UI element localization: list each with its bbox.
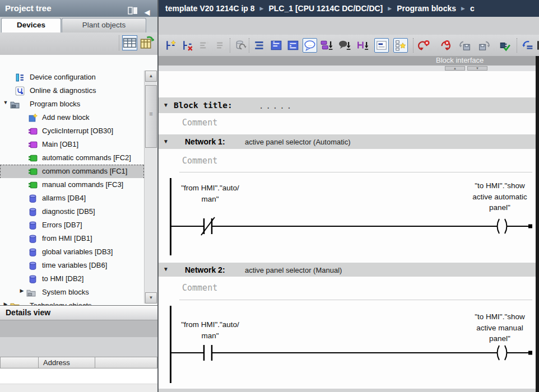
network1-title: Network 1:	[185, 137, 225, 146]
block-comment-field[interactable]: Comment	[182, 118, 217, 128]
tree-item-system-blocks[interactable]: ▶ System blocks	[0, 286, 144, 300]
tree-item-allarms-db4[interactable]: allarms [DB4]	[0, 192, 144, 206]
status-button-clipped[interactable]	[535, 38, 539, 53]
delete-network-button[interactable]	[180, 38, 195, 53]
project-tree-tabs: Devices Plant objects	[0, 17, 158, 33]
technology-objects-folder-icon	[10, 301, 20, 305]
open-all-networks-button[interactable]	[269, 38, 284, 53]
tree-item-diagnostic-db5[interactable]: diagnostic [DB5]	[0, 205, 144, 219]
tree-item-cyclicinterrupt-ob30[interactable]: CyclicInterrupt [OB30]	[0, 124, 144, 138]
right-edge-panel	[536, 56, 539, 392]
details-view-header[interactable]: Details view	[0, 305, 158, 320]
coil[interactable]	[498, 346, 507, 360]
expand-right-icon[interactable]: ▶	[18, 288, 25, 293]
tree-item-automatic-commands-fc2[interactable]: automatic commands [FC2]	[0, 151, 144, 165]
tia-portal-window: Project tree ◀ Devices Plant objects	[0, 0, 539, 392]
tree-item-time-variables-db6[interactable]: time variables [DB6]	[0, 259, 144, 273]
details-column-blank[interactable]	[0, 357, 39, 368]
scrollbar-thumb[interactable]: ≡	[145, 85, 157, 148]
tree-item-technology-objects[interactable]: ▶ Technology objects	[0, 299, 144, 305]
expand-right-icon[interactable]: ▶	[2, 301, 9, 305]
online-diagnostics-icon	[15, 86, 25, 96]
keep-actual-values-button[interactable]	[233, 38, 248, 53]
block-title-value[interactable]: .....	[259, 101, 294, 110]
scroll-up-button[interactable]: ▲	[145, 71, 157, 82]
breadcrumb-project[interactable]: template V20 1214C ip 8	[165, 4, 255, 13]
tree-item-common-commands-fc1[interactable]: common commands [FC1]	[0, 165, 144, 179]
tab-devices[interactable]: Devices	[1, 18, 61, 32]
network-comments-toggle-button[interactable]: ...	[303, 38, 317, 53]
network1-comment-field[interactable]: Comment	[182, 156, 217, 166]
details-view-toggle-button[interactable]	[122, 35, 137, 50]
interface-update-button[interactable]	[355, 38, 370, 53]
tree-item-online-diagnostics[interactable]: Online & diagnostics	[0, 84, 144, 98]
delete-row-button-disabled[interactable]	[214, 38, 229, 53]
breadcrumb-program-blocks[interactable]: Program blocks	[397, 4, 456, 13]
network1-desc: active panel selector (Automatic)	[245, 138, 351, 146]
next-error-button[interactable]	[437, 38, 452, 53]
go-to-related-button[interactable]	[520, 38, 535, 53]
db-block-icon	[28, 221, 38, 230]
comments-download-button[interactable]	[337, 38, 352, 53]
collapse-network1-icon[interactable]: ▼	[163, 138, 169, 144]
network2-coil-operand[interactable]: "to HMI"."show active manual panel"	[455, 311, 539, 344]
coil[interactable]	[498, 219, 507, 234]
tree-item-from-hmi-db1[interactable]: from HMI [DB1]	[0, 232, 144, 246]
project-tree-toolbar	[0, 32, 158, 55]
db-block-icon	[28, 274, 38, 284]
fc-block-icon	[28, 180, 38, 190]
snapshot-button[interactable]	[477, 38, 492, 53]
details-view-title: Details view	[6, 308, 50, 317]
scroll-down-button[interactable]: ▼	[145, 292, 157, 304]
details-view-table-header: Address	[0, 357, 158, 368]
splitter-expand-up-button[interactable]: ▲	[445, 66, 465, 71]
toolbar-separator	[413, 38, 413, 53]
tree-item-manual-commands-fc3[interactable]: manual commands [FC3]	[0, 178, 144, 192]
db-block-icon	[28, 248, 38, 257]
insert-network-button[interactable]	[164, 38, 178, 53]
splitter-expand-down-button[interactable]: ▼	[467, 66, 487, 71]
network1-contact-operand[interactable]: "from HMI"."auto/ man"	[168, 183, 252, 204]
toolbar-separator	[249, 38, 249, 53]
absolute-operands-button[interactable]	[252, 38, 267, 53]
tree-item-add-new-block[interactable]: Add new block	[0, 111, 144, 125]
network2-contact-operand[interactable]: "from HMI"."auto/ man"	[168, 319, 252, 341]
tree-item-errors-db7[interactable]: Errors [DB7]	[0, 218, 144, 232]
ob-block-icon	[28, 140, 38, 150]
collapse-network2-icon[interactable]: ▼	[163, 266, 169, 272]
export-table-button[interactable]	[140, 35, 155, 50]
tree-item-program-blocks[interactable]: ▼ Program blocks	[0, 97, 144, 111]
details-column-address[interactable]: Address	[38, 357, 95, 368]
table-export-icon	[140, 36, 154, 50]
tree-item-to-hmi-db2[interactable]: to HMI [DB2]	[0, 272, 144, 286]
collapse-block-title-icon[interactable]: ▼	[163, 102, 169, 108]
tree-scrollbar[interactable]: ▲ ≡ ▼	[144, 71, 157, 304]
collapse-panel-icon[interactable]: ◀	[145, 4, 156, 13]
wire-terminal	[528, 225, 532, 228]
details-column-blank2[interactable]	[95, 357, 157, 368]
no-contact[interactable]	[204, 345, 212, 361]
favorites-toggle-button[interactable]	[393, 38, 408, 53]
editor-top-band	[159, 17, 539, 35]
breadcrumb-block[interactable]: c	[470, 4, 475, 13]
breadcrumb-plc[interactable]: PLC_1 [CPU 1214C DC/DC/DC]	[268, 4, 383, 13]
network-layout-button[interactable]	[374, 38, 389, 53]
scroll-down-icon: ▼	[149, 295, 154, 300]
network2-comment-field[interactable]: Comment	[182, 283, 217, 293]
previous-error-button[interactable]	[417, 38, 431, 53]
operand-download-button[interactable]	[319, 38, 334, 53]
table-grid-icon	[123, 36, 137, 50]
network1-coil-operand[interactable]: "to HMI"."show active automatic panel"	[455, 180, 539, 213]
update-memory-button[interactable]	[457, 38, 472, 53]
tab-plant-objects[interactable]: Plant objects	[62, 18, 146, 32]
insert-row-button-disabled[interactable]	[197, 38, 212, 53]
tree-item-device-configuration[interactable]: Device configuration	[0, 71, 144, 85]
tree-item-main-ob1[interactable]: Main [OB1]	[0, 138, 144, 152]
close-all-networks-button[interactable]	[286, 38, 300, 53]
expand-down-icon[interactable]: ▼	[2, 100, 9, 105]
split-view-icon[interactable]	[128, 4, 139, 13]
device-config-icon	[15, 73, 25, 82]
block-interface-label: Block interface	[436, 56, 484, 66]
tree-item-global-variables-db3[interactable]: global variables [DB3]	[0, 245, 144, 259]
consistency-check-button[interactable]	[498, 38, 512, 53]
